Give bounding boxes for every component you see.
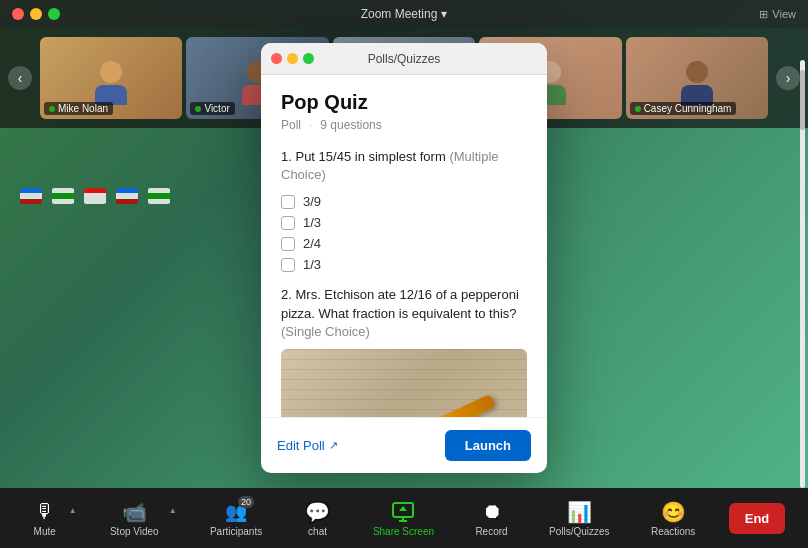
end-button[interactable]: End: [729, 503, 786, 534]
polls-modal: Polls/Quizzes Pop Quiz Poll · 9 question…: [261, 43, 547, 473]
reactions-button[interactable]: 😊 Reactions: [643, 496, 703, 541]
title-bar: Zoom Meeting ▾ ⊞ View: [0, 0, 808, 28]
participants-icon: 👥 20: [222, 500, 250, 524]
close-button[interactable]: [12, 8, 24, 20]
video-caret[interactable]: ▲: [169, 506, 177, 515]
record-button[interactable]: ⏺ Record: [467, 496, 515, 541]
video-icon: 📹: [120, 500, 148, 524]
view-control[interactable]: ⊞ View: [759, 8, 796, 21]
external-link-icon: ↗: [329, 439, 338, 452]
modal-body: Pop Quiz Poll · 9 questions 1. Put 15/45…: [261, 75, 547, 417]
poll-title: Pop Quiz: [281, 91, 527, 114]
minimize-button[interactable]: [30, 8, 42, 20]
share-screen-icon: [389, 500, 417, 524]
pencil-decoration: [418, 394, 496, 417]
mute-caret[interactable]: ▲: [69, 506, 77, 515]
option-3-checkbox[interactable]: [281, 237, 295, 251]
modal-overlay: Polls/Quizzes Pop Quiz Poll · 9 question…: [0, 28, 808, 488]
record-icon: ⏺: [478, 500, 506, 524]
svg-marker-3: [399, 506, 407, 511]
option-1: 3/9: [281, 194, 527, 209]
maximize-button[interactable]: [48, 8, 60, 20]
modal-close-button[interactable]: [271, 53, 282, 64]
modal-controls: [271, 53, 314, 64]
share-screen-button[interactable]: Share Screen: [365, 496, 442, 541]
poll-meta: Poll · 9 questions: [281, 118, 527, 132]
quiz-image-inner: [281, 349, 527, 417]
launch-button[interactable]: Launch: [445, 430, 531, 461]
reactions-icon: 😊: [659, 500, 687, 524]
edit-poll-link[interactable]: Edit Poll ↗: [277, 438, 338, 453]
video-group: 📹 Stop Video ▲: [102, 496, 177, 541]
mic-icon: 🎙: [31, 500, 59, 524]
modal-title: Polls/Quizzes: [368, 52, 441, 66]
option-2-checkbox[interactable]: [281, 216, 295, 230]
participants-button[interactable]: 👥 20 Participants: [202, 496, 270, 541]
window-title: Zoom Meeting ▾: [361, 7, 448, 21]
stop-video-button[interactable]: 📹 Stop Video: [102, 496, 167, 541]
option-4-checkbox[interactable]: [281, 258, 295, 272]
question-2-label: 2. Mrs. Etchison ate 12/16 of a pepperon…: [281, 286, 527, 341]
polls-button[interactable]: 📊 Polls/Quizzes: [541, 496, 618, 541]
modal-titlebar: Polls/Quizzes: [261, 43, 547, 75]
toolbar: 🎙 Mute ▲ 📹 Stop Video ▲ 👥 20 Participant…: [0, 488, 808, 548]
modal-min-button[interactable]: [287, 53, 298, 64]
chat-button[interactable]: 💬 chat: [296, 496, 340, 541]
option-3: 2/4: [281, 236, 527, 251]
polls-icon: 📊: [565, 500, 593, 524]
option-1-checkbox[interactable]: [281, 195, 295, 209]
quiz-image: [281, 349, 527, 417]
mute-button[interactable]: 🎙 Mute: [23, 496, 67, 541]
mute-group: 🎙 Mute ▲: [23, 496, 77, 541]
window-controls: [12, 8, 60, 20]
modal-footer: Edit Poll ↗ Launch: [261, 417, 547, 473]
option-2: 1/3: [281, 215, 527, 230]
chat-icon: 💬: [304, 500, 332, 524]
modal-max-button[interactable]: [303, 53, 314, 64]
option-4: 1/3: [281, 257, 527, 272]
question-1-label: 1. Put 15/45 in simplest form (Multiple …: [281, 148, 527, 184]
